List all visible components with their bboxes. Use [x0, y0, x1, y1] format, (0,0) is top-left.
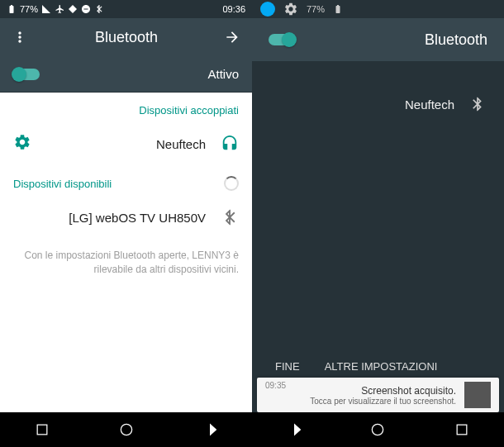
bluetooth-icon: [94, 4, 104, 14]
device-row[interactable]: Neuftech: [252, 86, 504, 122]
notif-thumbnail: [464, 382, 491, 408]
available-device-row[interactable]: [LG] webOS TV UH850V: [0, 197, 252, 237]
overflow-icon[interactable]: [12, 29, 28, 45]
diamond-icon: [68, 4, 78, 14]
clock: 09:36: [222, 4, 245, 14]
avatar-icon[interactable]: [260, 2, 275, 17]
content: Dispositivi accoppiati Neuftech Disposit…: [0, 93, 252, 288]
screenshot-notification[interactable]: 09:35 Screenshot acquisito. Tocca per vi…: [257, 378, 499, 412]
back-icon[interactable]: [224, 29, 240, 45]
status-bar: 77%: [252, 0, 504, 18]
notif-subtitle: Tocca per visualizzare il tuo screenshot…: [310, 397, 456, 406]
paired-header: Dispositivi accoppiati: [0, 93, 252, 123]
bluetooth-icon: [469, 96, 486, 112]
content: Neuftech: [252, 61, 504, 122]
notif-time: 09:35: [265, 381, 286, 390]
status-icons: 77%: [7, 4, 104, 14]
more-settings-button[interactable]: ALTRE IMPOSTAZIONI: [325, 360, 438, 373]
nav-recent-icon[interactable]: [454, 421, 470, 438]
title: Bluetooth: [425, 31, 487, 49]
active-label: Attivo: [207, 67, 239, 81]
svg-rect-1: [37, 425, 47, 435]
title-bar: Bluetooth: [0, 18, 252, 56]
action-bar: FINE ALTRE IMPOSTAZIONI: [252, 360, 504, 373]
signal-icon: [41, 4, 51, 14]
battery-icon: [333, 4, 343, 14]
page-title: Bluetooth: [94, 29, 157, 46]
nav-bar: [252, 412, 504, 447]
bluetooth-settings-screen: 09:36 77% Bluetooth Attivo Dispositivi a…: [0, 0, 252, 447]
bluetooth-toggle[interactable]: [269, 34, 295, 45]
headphones-icon: [221, 135, 239, 153]
discoverable-note: Con le impostazioni Bluetooth aperte, LE…: [0, 237, 252, 288]
available-device-name: [LG] webOS TV UH850V: [69, 211, 206, 225]
bluetooth-quick-panel: 77% Bluetooth Neuftech FINE ALTRE IMPOST…: [252, 0, 504, 447]
nav-back-icon[interactable]: [202, 421, 218, 438]
svg-point-0: [121, 424, 131, 435]
airplane-icon: [55, 4, 64, 14]
nav-bar: [0, 412, 252, 447]
nav-home-icon[interactable]: [369, 421, 386, 438]
bluetooth-toggle[interactable]: [13, 69, 40, 80]
notif-title: Screenshot acquisito.: [310, 385, 456, 397]
paired-device-row[interactable]: Neuftech: [0, 123, 252, 164]
svg-rect-3: [457, 425, 467, 435]
active-row: Attivo: [0, 56, 252, 93]
fine-button[interactable]: FINE: [275, 360, 300, 373]
nav-home-icon[interactable]: [118, 421, 135, 438]
device-settings-button[interactable]: [13, 133, 31, 155]
battery-pct: 77%: [20, 4, 38, 14]
paired-device-name: Neuftech: [156, 137, 206, 151]
nav-back-icon[interactable]: [286, 421, 302, 438]
svg-point-2: [373, 424, 383, 435]
available-header: Dispositivi disponibili: [13, 178, 112, 190]
battery-pct: 77%: [307, 4, 325, 14]
status-bar: 09:36 77%: [0, 0, 252, 18]
nav-recent-icon[interactable]: [34, 421, 50, 438]
settings-icon[interactable]: [283, 2, 298, 17]
bluetooth-device-icon: [221, 208, 239, 226]
spinner-icon: [224, 176, 239, 191]
title-row: Bluetooth: [252, 18, 504, 61]
battery-icon: [7, 4, 17, 14]
dnd-icon: [81, 4, 91, 14]
device-name: Neuftech: [405, 97, 454, 112]
